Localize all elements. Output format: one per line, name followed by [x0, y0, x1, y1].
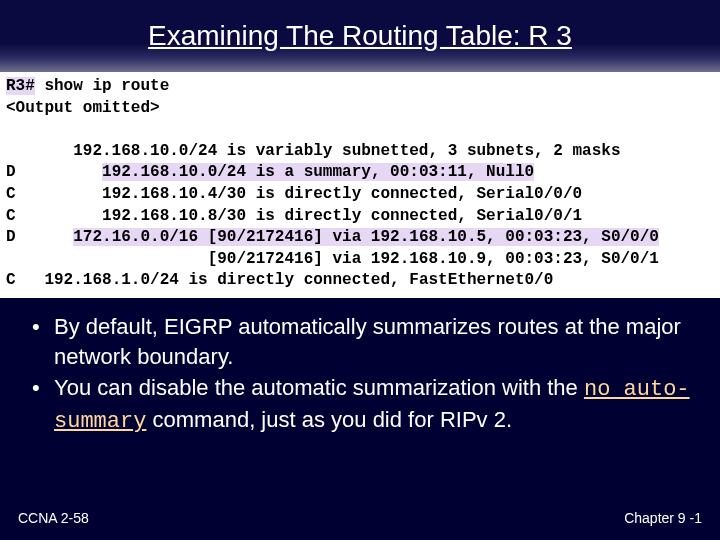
route-code: D [6, 228, 16, 246]
route-code: C [6, 271, 16, 289]
route-eigrp-highlight: 172.16.0.0/16 [90/2172416] via 192.168.1… [73, 228, 659, 246]
title-area: Examining The Routing Table: R 3 [0, 0, 720, 72]
terminal-line: D 172.16.0.0/16 [90/2172416] via 192.168… [6, 227, 714, 249]
terminal-prompt-line: R3# show ip route [6, 76, 714, 98]
route-code: C [6, 207, 16, 225]
footer: CCNA 2-58 Chapter 9 -1 [0, 510, 720, 526]
slide-title: Examining The Routing Table: R 3 [148, 20, 572, 52]
terminal-line: C 192.168.10.4/30 is directly connected,… [6, 184, 714, 206]
bullet-list: By default, EIGRP automatically summariz… [0, 298, 720, 449]
terminal-blank [6, 119, 714, 141]
terminal-line: C 192.168.10.8/30 is directly connected,… [6, 206, 714, 228]
prompt-command: show ip route [35, 77, 169, 95]
terminal-line: 192.168.10.0/24 is variably subnetted, 3… [6, 141, 714, 163]
terminal-line: [90/2172416] via 192.168.10.9, 00:03:23,… [6, 249, 714, 271]
terminal-line: C 192.168.1.0/24 is directly connected, … [6, 270, 714, 292]
bullet-item: You can disable the automatic summarizat… [28, 373, 692, 436]
footer-left: CCNA 2-58 [18, 510, 89, 526]
route-summary-highlight: 192.168.10.0/24 is a summary, 00:03:11, … [102, 163, 534, 181]
bullet-item: By default, EIGRP automatically summariz… [28, 312, 692, 371]
bullet-text-b: command, just as you did for RIPv 2. [146, 407, 512, 432]
bullet-text: By default, EIGRP automatically summariz… [54, 314, 681, 369]
prompt-host: R3# [6, 77, 35, 95]
terminal-line: <Output omitted> [6, 98, 714, 120]
terminal-output: R3# show ip route <Output omitted> 192.1… [0, 72, 720, 298]
route-code: C [6, 185, 16, 203]
terminal-line: D 192.168.10.0/24 is a summary, 00:03:11… [6, 162, 714, 184]
footer-right: Chapter 9 -1 [624, 510, 702, 526]
bullet-text-a: You can disable the automatic summarizat… [54, 375, 584, 400]
route-code: D [6, 163, 16, 181]
